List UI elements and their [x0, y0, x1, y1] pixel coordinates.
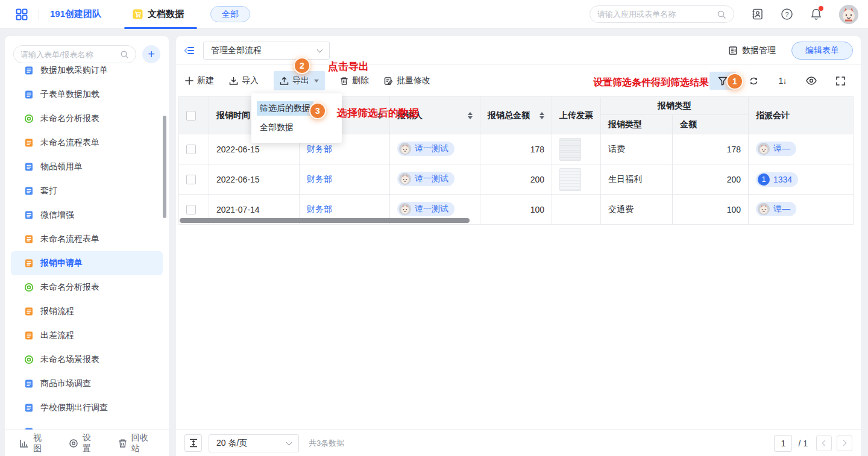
chevron-down-icon: [317, 46, 323, 52]
sort-arrows-icon[interactable]: [468, 112, 473, 119]
department-link[interactable]: 财务部: [307, 144, 332, 154]
sidebar-item-报销流程[interactable]: 报销流程: [11, 299, 163, 323]
invoice-thumbnail[interactable]: [559, 138, 581, 161]
col-amount-header[interactable]: 金额: [673, 115, 749, 134]
add-form-button[interactable]: +: [142, 45, 160, 63]
edit-form-button[interactable]: 编辑表单: [791, 42, 853, 60]
user-avatar[interactable]: [839, 5, 858, 24]
sidebar-item-未命名流程表单[interactable]: 未命名流程表单: [11, 131, 163, 155]
col-type-header[interactable]: 报销类型: [601, 115, 673, 134]
total-amount-cell: 178: [480, 134, 552, 164]
select-all-checkbox[interactable]: [186, 111, 196, 120]
sidebar-item-出差流程[interactable]: 出差流程: [11, 323, 163, 348]
contacts-icon[interactable]: [751, 8, 764, 20]
data-manage-label: 数据管理: [742, 45, 776, 56]
department-link[interactable]: 财务部: [307, 204, 332, 214]
scope-all-pill[interactable]: 全部: [210, 6, 250, 22]
batch-edit-icon: [384, 77, 393, 86]
delete-button[interactable]: 删除: [340, 75, 369, 86]
col-type-group-header[interactable]: 报销类型: [601, 97, 749, 115]
sidebar-item-未命名流程表单[interactable]: 未命名流程表单: [11, 227, 163, 251]
sidebar-item-微信增强[interactable]: 微信增强: [11, 203, 163, 227]
menu-item-filtered-data[interactable]: 筛选后的数据: [251, 99, 342, 118]
accountant-pill[interactable]: 11334: [756, 172, 798, 187]
amount-cell: 178: [673, 134, 749, 164]
sort-arrows-icon[interactable]: [539, 112, 544, 119]
sort-button[interactable]: 1↓: [771, 72, 794, 90]
expense-type-cell: 生日福利: [601, 164, 673, 195]
select-all-header: [179, 97, 209, 134]
global-search-input[interactable]: [597, 10, 717, 19]
col-invoice-header[interactable]: 上传发票: [552, 97, 601, 134]
collapse-sidebar-icon[interactable]: [184, 46, 195, 55]
menu-item-all-data[interactable]: 全部数据: [251, 118, 342, 137]
team-name[interactable]: 191创建团队: [50, 8, 101, 20]
notifications-bell-icon[interactable]: [810, 8, 822, 20]
tab-document-data[interactable]: 文档数据: [128, 0, 189, 29]
row-checkbox[interactable]: [186, 145, 196, 154]
page-size-select[interactable]: 20 条/页: [209, 434, 299, 452]
export-button[interactable]: 导出: [274, 71, 325, 90]
sidebar-item-未命名分析报表[interactable]: 未命名分析报表: [11, 107, 163, 131]
fullscreen-icon: [836, 77, 845, 86]
select-cell[interactable]: [179, 164, 209, 195]
horizontal-scrollbar[interactable]: [180, 218, 470, 223]
sidebar-item-clipped[interactable]: [11, 420, 163, 429]
sidebar-item-套打[interactable]: 套打: [11, 179, 163, 203]
sidebar-item-报销申请单[interactable]: 报销申请单: [11, 251, 163, 275]
accountant-pill[interactable]: 谭—: [756, 142, 796, 156]
settings-gear-icon: [69, 439, 78, 448]
new-record-button[interactable]: 新建: [185, 75, 214, 86]
current-page-box[interactable]: 1: [774, 435, 792, 452]
row-checkbox[interactable]: [186, 205, 196, 214]
sidebar-item-label: 未命名分析报表: [40, 282, 99, 293]
row-height-button[interactable]: [184, 434, 202, 452]
sidebar-item-子表单数据加载[interactable]: 子表单数据加载: [11, 83, 163, 107]
sidebar-scrollbar[interactable]: [163, 116, 166, 218]
row-checkbox[interactable]: [186, 175, 196, 184]
select-cell[interactable]: [179, 134, 209, 164]
visibility-button[interactable]: [800, 72, 823, 90]
sidebar-item-商品市场调查[interactable]: 商品市场调查: [11, 372, 163, 396]
data-manage-button[interactable]: 数据管理: [728, 45, 776, 56]
table-row: 2022-06-15财务部谭一测试200生日福利20011334: [179, 164, 854, 195]
sidebar-item-物品领用单[interactable]: 物品领用单: [11, 155, 163, 179]
department-link[interactable]: 财务部: [307, 174, 332, 184]
prev-page-button[interactable]: [816, 436, 832, 451]
refresh-button[interactable]: [742, 72, 765, 90]
sidebar-item-未命名场景报表[interactable]: 未命名场景报表: [11, 348, 163, 372]
next-page-button[interactable]: [837, 436, 852, 451]
submitter-pill[interactable]: 谭一测试: [397, 172, 454, 186]
submitter-pill[interactable]: 谭一测试: [397, 202, 454, 216]
sidebar-search[interactable]: [13, 45, 136, 63]
fullscreen-button[interactable]: [829, 72, 852, 90]
sidebar-views-button[interactable]: 视图: [19, 433, 48, 454]
invoice-thumbnail[interactable]: [559, 168, 581, 191]
sidebar-recycle-bin-button[interactable]: 回收站: [118, 433, 154, 454]
search-icon[interactable]: [717, 10, 726, 19]
accountant-pill[interactable]: 谭—: [756, 202, 796, 216]
submitter-cell: 谭一测试: [390, 164, 480, 195]
batch-edit-button[interactable]: 批量修改: [384, 75, 430, 86]
flow-filter-select[interactable]: 管理全部流程: [203, 42, 330, 60]
help-icon[interactable]: ?: [781, 8, 793, 20]
sidebar-item-数据加载采购订单[interactable]: 数据加载采购订单: [11, 65, 163, 83]
sidebar-item-未命名分析报表[interactable]: 未命名分析报表: [11, 275, 163, 299]
sidebar-item-label: 报销流程: [40, 306, 74, 317]
import-button[interactable]: 导入: [229, 75, 259, 86]
sidebar-search-icon[interactable]: [120, 50, 129, 59]
sidebar-item-label: 未命名分析报表: [40, 113, 99, 124]
apps-grid-icon[interactable]: [16, 8, 28, 20]
col-total-header[interactable]: 报销总金额: [480, 97, 552, 134]
total-amount-cell: 100: [480, 195, 552, 225]
sidebar-settings-button[interactable]: 设置: [69, 433, 98, 454]
global-search[interactable]: [590, 5, 734, 23]
expense-type-cell: 交通费: [601, 195, 673, 225]
avatar: [399, 203, 411, 215]
sidebar-search-input[interactable]: [20, 50, 120, 59]
col-accountant-header[interactable]: 指派会计: [749, 97, 854, 134]
row-height-icon: [189, 439, 198, 448]
form-blue-icon: [24, 186, 34, 196]
submitter-pill[interactable]: 谭一测试: [397, 142, 454, 156]
sidebar-item-学校假期出行调查[interactable]: 学校假期出行调查: [11, 396, 163, 420]
